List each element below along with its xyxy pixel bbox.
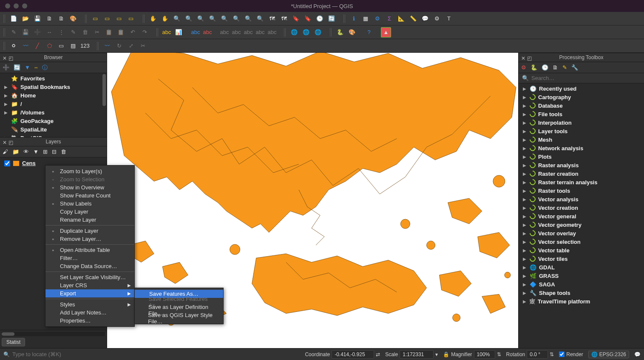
toolbox-item[interactable]: ▶Vector analysis (519, 195, 644, 203)
show-bookmarks-button[interactable]: 🔖 (303, 14, 313, 24)
web-3-button[interactable]: 🌐 (313, 27, 323, 37)
delete-button[interactable]: 🗑 (80, 27, 90, 37)
filter-legend-icon[interactable]: ▼ (33, 149, 39, 155)
toolbox-item[interactable]: ▶Database (519, 101, 644, 110)
toolbox-item[interactable]: ▶Raster creation (519, 169, 644, 178)
toolbox-item[interactable]: ▶Plots (519, 152, 644, 161)
coordinate-toggle-icon[interactable]: ⇄ (376, 351, 380, 357)
select-features-button[interactable]: ▭ (90, 14, 100, 24)
select-by-value-button[interactable]: ▭ (102, 14, 112, 24)
menu-item[interactable]: ▫Duplicate Layer (45, 227, 134, 235)
label-pin-button[interactable]: abc (202, 27, 213, 37)
help-button[interactable]: ? (364, 27, 374, 37)
menu-item[interactable]: Export▶Save Features As…Save Selected Fe… (45, 289, 134, 297)
coordinate-input[interactable] (332, 350, 374, 359)
python-console-button[interactable]: 🐍 (335, 27, 345, 37)
scale-dropdown-icon[interactable]: ▾ (435, 351, 438, 357)
shape-fill-button[interactable]: ▨ (68, 41, 78, 51)
shape-poly-button[interactable]: ⬠ (44, 41, 54, 51)
new-3d-view-button[interactable]: 🗺 (279, 14, 289, 24)
toolbar-grip[interactable] (3, 14, 6, 23)
field-calculator-button[interactable]: ⚙ (372, 14, 383, 24)
toolbox-item[interactable]: ▶Cartography (519, 93, 644, 101)
toolbox-item[interactable]: ▶Vector geometry (519, 220, 644, 229)
refresh-button[interactable]: 🔄 (326, 14, 337, 24)
toolbox-item[interactable]: ▶Raster tools (519, 186, 644, 195)
toolbox-item[interactable]: ▶Layer tools (519, 127, 644, 135)
horizontal-scrollbar[interactable] (2, 332, 105, 336)
scale-lock-icon[interactable]: 🔒 (443, 351, 449, 357)
shape-rot-button[interactable]: ↻ (114, 41, 124, 51)
abc-5-button[interactable]: abc (267, 27, 277, 37)
menu-item[interactable]: Change Data Source… (45, 262, 134, 270)
menu-item[interactable]: ▫Remove Layer… (45, 235, 134, 243)
collapse-browser-icon[interactable]: ⎓ (34, 64, 38, 71)
statistics-button[interactable]: Statist (2, 338, 25, 346)
toolbox-item[interactable]: ▶Interpolation (519, 118, 644, 127)
plugin-manager-button[interactable]: 🎨 (347, 27, 357, 37)
zoom-next-button[interactable]: 🔍 (255, 14, 265, 24)
scale-input[interactable] (400, 350, 434, 359)
results-icon[interactable]: 🗎 (553, 64, 558, 71)
cut-button[interactable]: ✂ (92, 27, 102, 37)
zoom-last-button[interactable]: 🔍 (243, 14, 253, 24)
copy-button[interactable]: 📋 (104, 27, 114, 37)
browser-item[interactable]: ▶🏠Home (0, 91, 107, 100)
shape-scale-button[interactable]: ⤢ (126, 41, 136, 51)
toolbox-item[interactable]: ▶🌐GDAL (519, 263, 644, 271)
measure-button[interactable]: 📐 (396, 14, 406, 24)
map-tips-button[interactable]: 💬 (420, 14, 430, 24)
label-highlight-button[interactable]: abc (190, 27, 201, 37)
toolbox-item[interactable]: ▶🕸TravelTime platform (519, 297, 644, 306)
browser-item[interactable]: 🧩GeoPackage (0, 117, 107, 125)
menu-item[interactable]: ▫Show in Overview (45, 183, 134, 191)
add-layer-icon[interactable]: ➕ (3, 64, 9, 71)
browser-tree[interactable]: ⭐Favorites▶🔖Spatial Bookmarks▶🏠Home▶📁/▶📁… (0, 73, 107, 137)
menu-item[interactable]: Rename Layer (45, 216, 134, 224)
menu-item[interactable]: ▫Zoom to Layer(s) (45, 167, 134, 175)
paste-button[interactable]: 📋 (116, 27, 126, 37)
history-icon[interactable]: 🕒 (542, 64, 548, 71)
scrollbar[interactable] (102, 74, 106, 106)
collapse-all-icon[interactable]: ⊟ (52, 149, 57, 155)
toolbox-item[interactable]: ▶🔷SAGA (519, 280, 644, 289)
toolbox-item[interactable]: ▶Vector creation (519, 203, 644, 212)
toolbox-item[interactable]: ▶Vector table (519, 246, 644, 254)
toolbox-item[interactable]: ▶Mesh (519, 135, 644, 144)
close-window-button[interactable] (5, 3, 10, 9)
menu-item[interactable]: Copy Layer (45, 208, 134, 216)
minimize-window-button[interactable] (14, 3, 19, 9)
toolbox-item[interactable]: ▶Vector selection (519, 237, 644, 246)
attribute-table-button[interactable]: ▦ (360, 14, 371, 24)
toolbox-item[interactable]: ▶Network analysis (519, 144, 644, 152)
toolbar-grip[interactable] (3, 28, 6, 37)
new-print-layout-button[interactable]: 🗎 (44, 14, 54, 24)
expand-all-icon[interactable]: ⊞ (43, 149, 48, 155)
toolbox-item[interactable]: ▶🔧Shape tools (519, 289, 644, 297)
options-icon[interactable]: 🔧 (571, 64, 578, 71)
menu-item[interactable]: Set Layer Scale Visibility… (45, 273, 134, 281)
toolbox-item[interactable]: ▶Raster analysis (519, 161, 644, 169)
zoom-full-button[interactable]: 🔍 (196, 14, 206, 24)
visibility-icon[interactable]: 👁 (23, 149, 29, 155)
browser-item[interactable]: ▶🔖Spatial Bookmarks (0, 83, 107, 91)
abc-2-button[interactable]: abc (231, 27, 241, 37)
close-panel-icon[interactable]: ✕ (3, 55, 7, 60)
close-panel-icon[interactable]: ✕ (3, 140, 7, 144)
undo-button[interactable]: ↶ (128, 27, 138, 37)
temporal-button[interactable]: 🕒 (315, 14, 325, 24)
locator-input[interactable] (12, 351, 89, 357)
save-edits-button[interactable]: 💾 (20, 27, 31, 37)
add-group-icon[interactable]: 📁 (12, 149, 19, 155)
magnifier-input[interactable] (474, 350, 495, 359)
modify-attrs-button[interactable]: ✎ (68, 27, 78, 37)
messages-icon[interactable]: 💬 (634, 351, 641, 357)
menu-item[interactable]: Add Layer Notes… (45, 309, 134, 317)
layer-visibility-checkbox[interactable] (4, 160, 10, 166)
toolbar-grip[interactable] (330, 28, 332, 37)
toolbar-grip[interactable] (156, 28, 159, 37)
rotation-stepper-icon[interactable]: ⇅ (550, 351, 554, 357)
refresh-browser-icon[interactable]: 🔄 (14, 64, 20, 71)
zoom-in-button[interactable]: 🔍 (172, 14, 182, 24)
toolbox-item[interactable]: ▶🕒Recently used (519, 84, 644, 93)
